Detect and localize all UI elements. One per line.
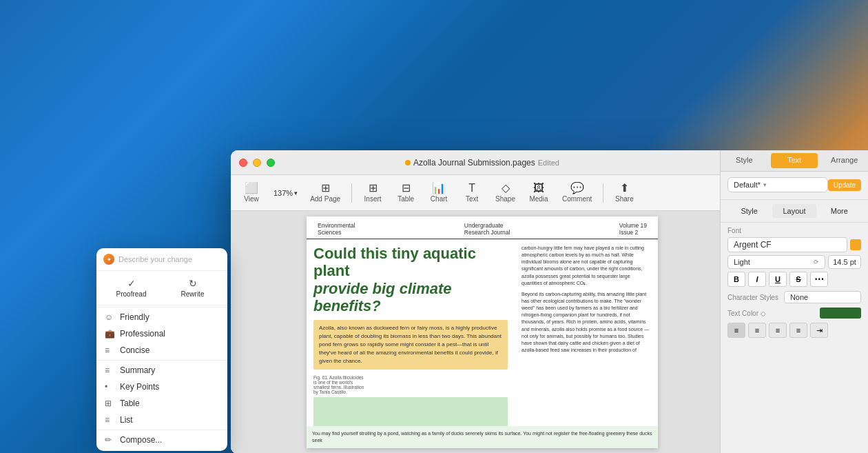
align-center-button[interactable]: ≡ — [748, 323, 766, 338]
header-center: Undergraduate Research Journal — [464, 222, 510, 236]
main-window: Azolla Journal Submission.pages Edited ⬜… — [231, 150, 734, 453]
keypoints-icon: • — [105, 382, 114, 392]
font-style-dropdown[interactable]: Light ⟳ — [727, 255, 825, 269]
ai-separator-3 — [96, 430, 227, 430]
proofread-button[interactable]: ✓ Proofread — [102, 274, 161, 302]
chevron-icon: ⟳ — [814, 259, 819, 265]
text-icon: T — [468, 183, 475, 194]
font-name-row: Argent CF — [727, 237, 861, 252]
share-button[interactable]: ⬆ Share — [609, 180, 639, 205]
shape-button[interactable]: ◇ Shape — [490, 180, 521, 205]
fullscreen-button[interactable] — [267, 159, 275, 167]
tab-layout[interactable]: Layout — [772, 204, 816, 218]
ai-menu-table[interactable]: ⊞ Table — [96, 395, 227, 412]
title-bar: Azolla Journal Submission.pages Edited — [231, 150, 734, 175]
file-dot-icon — [405, 160, 411, 165]
toolbar-separator-1 — [351, 183, 352, 203]
summary-icon: ≡ — [105, 365, 114, 375]
indent-button[interactable]: ⇥ — [810, 323, 828, 338]
add-page-button[interactable]: ⊞ Add Page — [304, 180, 346, 205]
article-bottom-strip: You may find yourself strolling by a pon… — [307, 426, 658, 448]
font-size-field[interactable]: 14.5 pt — [828, 255, 861, 269]
view-icon: ⬜ — [245, 183, 258, 194]
tab-arrange[interactable]: Arrange — [820, 150, 868, 171]
table-button[interactable]: ⊟ Table — [391, 180, 421, 205]
tab-text[interactable]: Text — [771, 153, 818, 168]
ai-separator-2 — [96, 360, 227, 361]
chevron-down-icon: ▾ — [294, 190, 298, 197]
shape-icon: ◇ — [502, 183, 510, 194]
article-body: Could this tiny aquatic plant provide bi… — [307, 239, 658, 426]
media-button[interactable]: 🖼 Media — [524, 180, 554, 205]
align-left-button[interactable]: ≡ — [727, 323, 745, 338]
view-button[interactable]: ⬜ View — [236, 180, 267, 205]
ai-menu-summary[interactable]: ≡ Summary — [96, 362, 227, 379]
list-icon: ≡ — [105, 415, 114, 425]
style-layout-tabs: Style Layout More — [721, 200, 868, 222]
rewrite-button[interactable]: ↻ Rewrite — [163, 274, 222, 302]
minimize-button[interactable] — [253, 159, 261, 167]
char-styles-label: Character Styles — [727, 294, 778, 301]
text-color-label: Text Color ◇ — [727, 310, 766, 317]
concise-icon: ≡ — [105, 345, 114, 355]
article-highlight-text: Azolla, also known as duckweed fern or f… — [313, 320, 508, 370]
media-icon: 🖼 — [533, 183, 544, 194]
update-button[interactable]: Update — [828, 179, 861, 191]
right-panel: Style Text Arrange Default* ▾ Update Sty… — [720, 150, 868, 453]
underline-button[interactable]: U — [769, 272, 787, 287]
ai-separator — [96, 307, 227, 308]
ai-menu-friendly[interactable]: ☺ Friendly — [96, 309, 227, 325]
document-page: Environmental Sciences Undergraduate Res… — [307, 217, 658, 448]
bold-button[interactable]: B — [727, 272, 745, 287]
zoom-control[interactable]: 137% ▾ — [269, 186, 302, 200]
ai-input-placeholder[interactable]: Describe your change — [118, 255, 220, 263]
chevron-down-icon: ▾ — [763, 181, 767, 188]
table-icon: ⊟ — [402, 183, 411, 194]
style-dropdown[interactable]: Default* ▾ — [727, 177, 828, 192]
tab-more[interactable]: More — [818, 204, 861, 218]
ai-menu-list[interactable]: ≡ List — [96, 412, 227, 428]
ai-menu-compose[interactable]: ✏ Compose... — [96, 432, 227, 448]
article-right-column: carbon-hungry little fern may have playe… — [515, 239, 658, 426]
comment-button[interactable]: 💬 Comment — [557, 180, 597, 205]
toolbar-separator-2 — [603, 183, 603, 203]
figure-caption: Fig. 01. Azolla filiculoidesis one of th… — [313, 375, 508, 394]
tab-format[interactable]: Style — [721, 150, 768, 171]
more-format-button[interactable]: ⋯ — [810, 272, 828, 287]
text-button[interactable]: T Text — [457, 180, 487, 205]
strikethrough-button[interactable]: S — [789, 272, 807, 287]
rewrite-icon: ↻ — [189, 278, 197, 289]
comment-icon: 💬 — [570, 183, 584, 194]
text-color-row: Text Color ◇ — [727, 308, 861, 319]
article-title: Could this tiny aquatic plant provide bi… — [313, 245, 508, 314]
font-name-field[interactable]: Argent CF — [727, 237, 847, 252]
format-buttons-row: B I U S ⋯ — [727, 272, 861, 287]
chart-button[interactable]: 📊 Chart — [424, 180, 454, 205]
style-header: Default* ▾ Update — [727, 177, 861, 192]
align-right-button[interactable]: ≡ — [769, 323, 787, 338]
ai-icon: ✦ — [103, 254, 114, 265]
alignment-buttons: ≡ ≡ ≡ ≡ ⇥ — [727, 323, 861, 338]
ai-menu-concise[interactable]: ≡ Concise — [96, 342, 227, 359]
font-color-swatch[interactable] — [850, 239, 861, 250]
insert-button[interactable]: ⊞ Insert — [358, 180, 388, 205]
ai-menu-keypoints[interactable]: • Key Points — [96, 379, 227, 395]
align-justify-button[interactable]: ≡ — [789, 323, 807, 338]
header-left: Environmental Sciences — [318, 222, 355, 236]
ai-menu-professional[interactable]: 💼 Professional — [96, 325, 227, 342]
char-styles-dropdown[interactable]: None — [784, 291, 861, 303]
close-button[interactable] — [239, 159, 247, 167]
header-right: Volume 19 Issue 2 — [619, 222, 647, 236]
tab-style[interactable]: Style — [727, 204, 771, 218]
text-color-swatch[interactable] — [820, 308, 861, 319]
compose-icon: ✏ — [105, 435, 114, 445]
style-section: Default* ▾ Update — [721, 172, 868, 200]
window-title: Azolla Journal Submission.pages Edited — [405, 158, 559, 168]
article-left-column: Could this tiny aquatic plant provide bi… — [307, 239, 515, 426]
font-section: Font Argent CF Light ⟳ 14.5 pt B I U S ⋯… — [721, 222, 868, 342]
ai-popup: ✦ Describe your change ✓ Proofread ↻ Rew… — [96, 248, 227, 451]
toolbar: ⬜ View 137% ▾ ⊞ Add Page ⊞ Insert ⊟ Tabl… — [231, 175, 734, 211]
proofread-icon: ✓ — [127, 278, 136, 289]
italic-button[interactable]: I — [748, 272, 766, 287]
chart-icon: 📊 — [432, 183, 446, 194]
